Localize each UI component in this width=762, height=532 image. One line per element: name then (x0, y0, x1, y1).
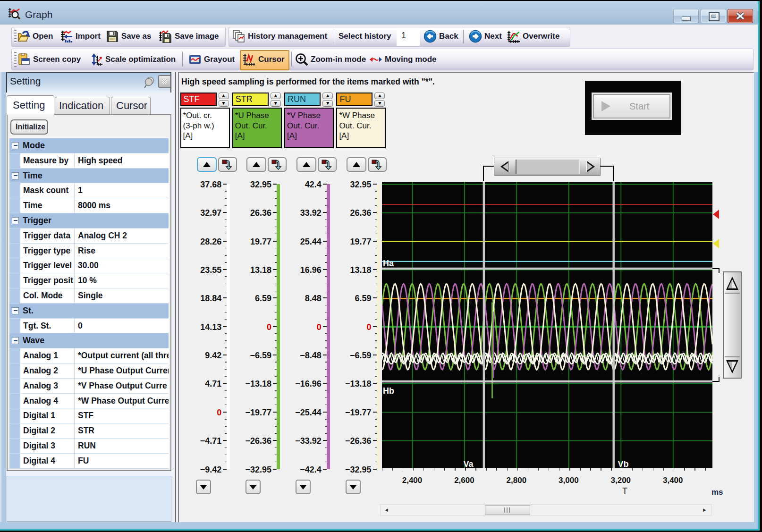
svg-text:Vb: Vb (618, 459, 628, 468)
svg-text:Ha: Ha (383, 258, 394, 268)
svg-text:Hb: Hb (383, 386, 394, 395)
svg-text:Va: Va (463, 459, 474, 468)
